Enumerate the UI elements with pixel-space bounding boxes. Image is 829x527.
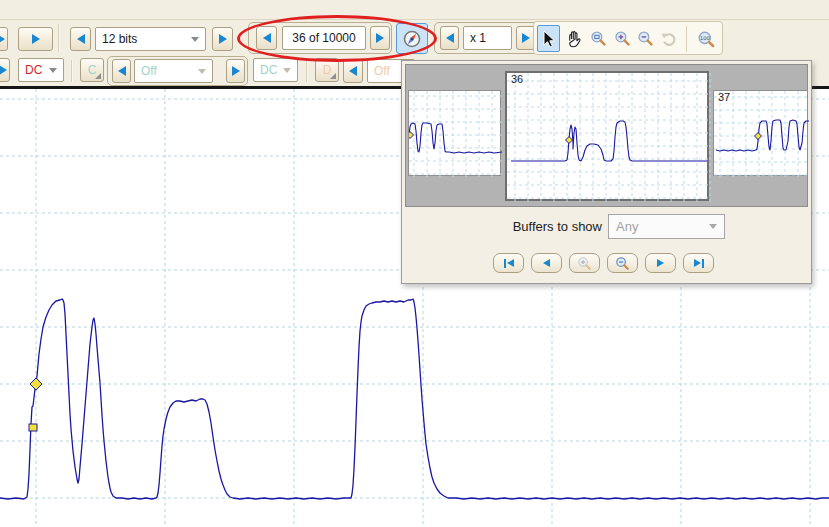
right-arrow-icon: [32, 34, 40, 44]
right-arrow-icon: [0, 65, 7, 75]
toolbar-separator: [686, 26, 688, 52]
buffer-thumbnail-waveform: [409, 91, 502, 177]
channel-c-coupling-value: DC: [260, 63, 279, 77]
chevron-down-icon: [198, 69, 206, 74]
zoom-in-icon: [577, 256, 592, 271]
last-buffer-icon: [694, 259, 701, 267]
resolution-prev-button[interactable]: [70, 27, 91, 51]
buffer-number-label: 37: [718, 91, 730, 103]
right-arrow-icon: [376, 33, 384, 43]
next-buffer-icon: [657, 259, 664, 267]
marquee-zoom-button[interactable]: [587, 25, 610, 52]
overview-zoom-in-button[interactable]: [569, 253, 600, 273]
channel-c-range-down-button[interactable]: [112, 59, 131, 83]
buffer-thumbnail-current[interactable]: 36: [505, 71, 709, 201]
channel-a-coupling-combobox[interactable]: DC: [18, 58, 64, 82]
channel-c-range-up-button[interactable]: [226, 59, 245, 83]
previous-buffer-icon: [543, 259, 550, 267]
channel-c-range-value: Off: [141, 64, 194, 78]
buffer-next-button[interactable]: [370, 26, 390, 50]
zoom-in-button[interactable]: [611, 25, 634, 52]
channel-a-coupling-value: DC: [25, 63, 45, 77]
buffer-thumbnail-previous[interactable]: [408, 90, 501, 176]
buffer-index-box[interactable]: 36 of 10000: [282, 26, 366, 50]
channel-c-button[interactable]: C: [80, 58, 104, 82]
zoom-out-button[interactable]: [634, 25, 657, 52]
zoom-factor-box[interactable]: x 1: [463, 26, 512, 50]
chevron-down-icon: [191, 37, 199, 42]
zoom-in-icon: [614, 30, 631, 47]
right-arrow-icon: [522, 33, 530, 43]
left-arrow-icon: [349, 66, 357, 76]
buffers-to-show-combobox[interactable]: Any: [608, 214, 725, 239]
left-arrow-icon: [77, 34, 85, 44]
capture-setup-toolbar: 12 bits 36 of 10000: [0, 0, 829, 56]
channel-d-range-down-button[interactable]: [343, 59, 363, 83]
buffers-to-show-label: Buffers to show: [502, 219, 602, 234]
zoom-100-icon: 100: [697, 30, 716, 48]
channel-d-button[interactable]: D: [315, 58, 339, 82]
compass-icon: [402, 29, 422, 49]
zoom-out-icon: [615, 256, 630, 271]
cursor-arrow-icon: [540, 30, 557, 48]
buffer-number-label: 36: [511, 73, 523, 85]
hand-pan-icon: [565, 30, 583, 48]
undo-icon: [660, 30, 677, 47]
corner-expand-icon: [330, 73, 336, 79]
buffer-overview-popup: 36 37 Buffers to show Any: [401, 60, 812, 284]
toolbar-separator: [58, 24, 60, 52]
channel-c-range-combobox[interactable]: Off: [134, 59, 213, 83]
svg-text:100: 100: [699, 34, 709, 40]
clipped-channel-button[interactable]: [0, 58, 10, 82]
right-arrow-icon: [0, 34, 5, 44]
left-arrow-icon: [446, 33, 454, 43]
toolbar-separator: [71, 60, 73, 82]
right-arrow-icon: [219, 34, 227, 44]
zoom-to-full-button[interactable]: 100: [692, 25, 720, 52]
pointer-tools-panel: 100: [533, 21, 723, 55]
left-arrow-icon: [263, 33, 271, 43]
toolbar-divider: [0, 19, 829, 20]
left-arrow-icon: [118, 66, 126, 76]
buffer-thumbnail-waveform: [714, 91, 809, 177]
buffer-thumbnail-waveform: [507, 73, 711, 203]
pan-tool-button[interactable]: [562, 25, 585, 52]
buffer-overview-button[interactable]: [396, 23, 428, 54]
resolution-value: 12 bits: [102, 32, 187, 46]
buffer-index-value: 36 of 10000: [285, 31, 363, 45]
buffer-prev-button[interactable]: [256, 26, 277, 50]
previous-buffer-button[interactable]: [531, 253, 562, 273]
buffer-thumbnail-next[interactable]: 37: [713, 90, 808, 176]
right-bar-icon: [702, 259, 704, 268]
first-buffer-icon: [504, 259, 506, 268]
toolbar-separator: [306, 60, 308, 82]
first-buffer-button[interactable]: [493, 253, 524, 273]
zoom-decrease-button[interactable]: [440, 26, 459, 50]
picoscope-window: 12 bits 36 of 10000: [0, 0, 829, 527]
right-arrow-icon: [232, 66, 240, 76]
zoom-factor-value: x 1: [470, 31, 505, 45]
zoom-out-icon: [637, 30, 654, 47]
next-buffer-button[interactable]: [645, 253, 676, 273]
resolution-next-button[interactable]: [212, 27, 233, 51]
chevron-down-icon: [709, 224, 717, 229]
select-tool-button[interactable]: [537, 25, 560, 52]
buffer-thumbnail-strip[interactable]: 36 37: [405, 64, 808, 207]
overview-zoom-out-button[interactable]: [607, 253, 638, 273]
marquee-zoom-icon: [590, 30, 607, 47]
timebase-next-button[interactable]: [18, 27, 53, 51]
corner-expand-icon: [95, 73, 101, 79]
last-buffer-button[interactable]: [683, 253, 714, 273]
chevron-down-icon: [49, 68, 57, 73]
channel-c-coupling-combobox[interactable]: DC: [253, 58, 298, 82]
clipped-left-button[interactable]: [0, 27, 8, 51]
left-arrow-icon: [507, 259, 514, 267]
chevron-down-icon: [283, 68, 291, 73]
buffers-to-show-value: Any: [616, 219, 638, 234]
undo-zoom-button[interactable]: [657, 25, 680, 52]
resolution-combobox[interactable]: 12 bits: [95, 27, 206, 51]
